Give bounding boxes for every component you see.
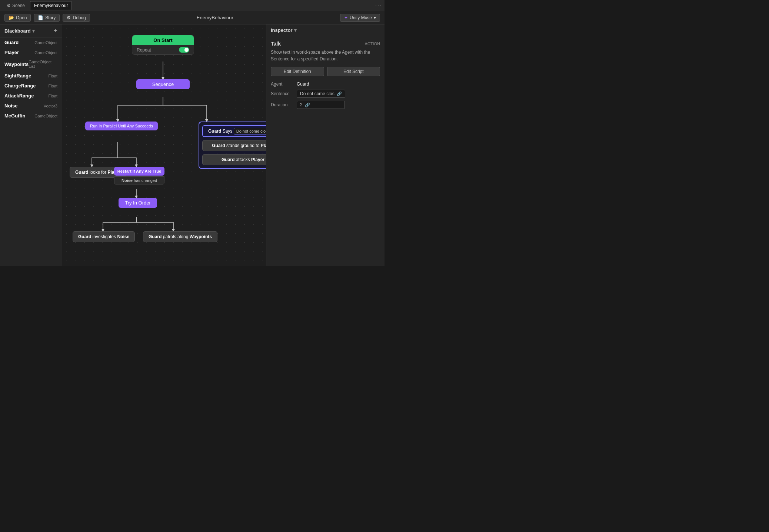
inspector-description: Show text in world-space above the Agent… bbox=[271, 49, 380, 62]
tab-scene[interactable]: ⚙ Scene bbox=[3, 1, 29, 10]
story-label: Story bbox=[45, 15, 56, 20]
more-icon[interactable]: ⋯ bbox=[375, 1, 382, 10]
on-start-label: On Start bbox=[132, 35, 194, 45]
open-label: Open bbox=[16, 15, 27, 20]
try-label: Try In Order bbox=[125, 200, 151, 206]
bb-row-player[interactable]: Player GameObject bbox=[0, 47, 62, 57]
guard-says-node[interactable]: Guard Says Do not come closer 🔗 bbox=[202, 125, 266, 137]
debug-button[interactable]: ⚙ Debug bbox=[63, 14, 90, 22]
bb-row-noise[interactable]: Noise Vector3 bbox=[0, 101, 62, 111]
bb-row-attackrange[interactable]: AttackRange Float bbox=[0, 91, 62, 101]
inspector-action-name: Talk bbox=[271, 41, 281, 47]
parallel-node[interactable]: Run In Parallel Until Any Succeeds bbox=[85, 122, 158, 130]
inspector-field-duration: Duration 2 🔗 bbox=[271, 101, 380, 109]
unity-muse-label: Unity Muse bbox=[350, 15, 372, 20]
inspector-btn-row: Edit Definition Edit Script bbox=[271, 67, 380, 76]
on-start-node[interactable]: On Start Repeat bbox=[132, 35, 194, 55]
chevron-down-icon: ▾ bbox=[32, 28, 35, 34]
chevron-down-icon: ▾ bbox=[374, 15, 376, 20]
duration-input[interactable]: 2 🔗 bbox=[297, 101, 345, 109]
story-icon: 📄 bbox=[38, 15, 43, 20]
folder-icon: 📂 bbox=[9, 15, 14, 20]
tab-enemybehaviour-label: EnemyBehaviour bbox=[34, 3, 68, 8]
muse-icon: ✦ bbox=[344, 15, 348, 20]
repeat-toggle[interactable] bbox=[179, 47, 189, 53]
inspector-body: Talk ACTION Show text in world-space abo… bbox=[266, 36, 384, 116]
toolbar-title: EnemyBehaviour bbox=[93, 15, 337, 20]
repeat-label: Repeat bbox=[137, 47, 151, 53]
inspector-action-row: Talk ACTION bbox=[271, 41, 380, 47]
link-icon-sentence[interactable]: 🔗 bbox=[337, 92, 342, 96]
sentence-input[interactable]: Do not come clos 🔗 bbox=[297, 90, 345, 98]
link-icon-duration[interactable]: 🔗 bbox=[305, 103, 310, 107]
guard-looks-guard: Guard bbox=[75, 170, 88, 175]
edit-script-button[interactable]: Edit Script bbox=[327, 67, 380, 76]
blackboard-add-button[interactable]: + bbox=[53, 27, 57, 34]
edit-definition-button[interactable]: Edit Definition bbox=[271, 67, 324, 76]
bb-row-waypoints[interactable]: Waypoints GameObject List bbox=[0, 57, 62, 71]
inspector-header: Inspector ▾ bbox=[266, 24, 384, 36]
inspector-panel: Inspector ▾ Talk ACTION Show text in wor… bbox=[266, 24, 384, 266]
unity-muse-button[interactable]: ✦ Unity Muse ▾ bbox=[340, 14, 380, 22]
restart-node[interactable]: Restart If Any Are True Noise has change… bbox=[114, 167, 164, 184]
guard-patrols-node[interactable]: Guard patrols along Waypoints bbox=[143, 231, 217, 242]
bb-row-sightrange[interactable]: SightRange Float bbox=[0, 71, 62, 81]
scene-grid-icon: ⚙ bbox=[7, 3, 11, 8]
open-button[interactable]: 📂 Open bbox=[4, 14, 31, 22]
inspector-field-agent: Agent Guard bbox=[271, 82, 380, 87]
tab-scene-label: Scene bbox=[12, 3, 25, 8]
blackboard-header: Blackboard ▾ + bbox=[0, 24, 62, 37]
bb-row-chargerange[interactable]: ChargeRange Float bbox=[0, 81, 62, 91]
parallel-label: Run In Parallel Until Any Succeeds bbox=[90, 124, 153, 128]
canvas-area: On Start Repeat Sequence Run In Parallel… bbox=[62, 24, 266, 266]
debug-icon: ⚙ bbox=[67, 15, 71, 20]
blackboard-title: Blackboard ▾ bbox=[4, 28, 35, 34]
blackboard-panel: Blackboard ▾ + Guard GameObject Player G… bbox=[0, 24, 62, 266]
chevron-down-icon: ▾ bbox=[294, 27, 297, 33]
guard-investigates-node[interactable]: Guard investigates Noise bbox=[73, 231, 135, 242]
bb-row-guard[interactable]: Guard GameObject bbox=[0, 37, 62, 47]
try-node[interactable]: Try In Order bbox=[119, 198, 157, 208]
inspector-action-tag: ACTION bbox=[364, 41, 380, 46]
sequence-label: Sequence bbox=[152, 82, 174, 87]
guard-attacks-node[interactable]: Guard attacks Player bbox=[202, 154, 266, 165]
tab-enemybehaviour[interactable]: EnemyBehaviour bbox=[30, 1, 72, 10]
inspector-field-sentence: Sentence Do not come clos 🔗 bbox=[271, 90, 380, 98]
inspector-title: Inspector bbox=[271, 27, 293, 33]
bb-row-mcguffin[interactable]: McGuffin GameObject bbox=[0, 111, 62, 121]
debug-label: Debug bbox=[73, 15, 86, 20]
blackboard-items: Guard GameObject Player GameObject Waypo… bbox=[0, 37, 62, 121]
guard-stands-node[interactable]: Guard stands ground to Player bbox=[202, 140, 266, 151]
group-box: Guard Says Do not come closer 🔗 Guard st… bbox=[199, 122, 266, 169]
story-button[interactable]: 📄 Story bbox=[34, 14, 60, 22]
sequence-node[interactable]: Sequence bbox=[136, 79, 190, 89]
